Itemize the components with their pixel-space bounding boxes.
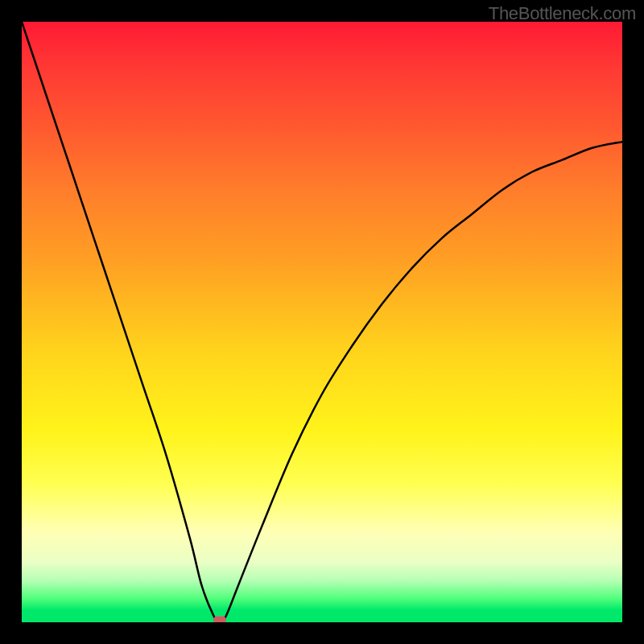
minimum-marker bbox=[213, 617, 226, 623]
bottleneck-curve bbox=[22, 22, 622, 622]
chart-outer-frame: TheBottleneck.com bbox=[0, 0, 644, 644]
plot-area bbox=[22, 22, 622, 622]
watermark-text: TheBottleneck.com bbox=[489, 3, 636, 24]
